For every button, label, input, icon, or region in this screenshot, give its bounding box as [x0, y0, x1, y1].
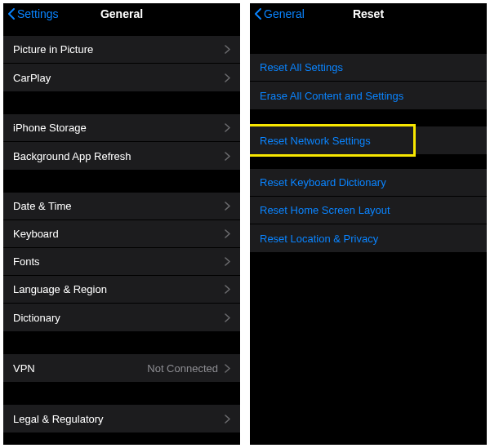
chevron-right-icon	[225, 313, 230, 322]
group-storage: iPhone Storage Background App Refresh	[3, 114, 240, 170]
row-label: Dictionary	[13, 312, 225, 324]
row-label: Reset Network Settings	[260, 135, 403, 147]
row-label: Date & Time	[13, 200, 225, 212]
row-label: Legal & Regulatory	[13, 413, 225, 425]
row-reset-network-settings[interactable]: Reset Network Settings	[250, 126, 413, 154]
group-locale: Date & Time Keyboard Fonts Language & Re…	[3, 193, 240, 331]
group-legal: Legal & Regulatory	[3, 405, 240, 432]
row-reset-home-screen[interactable]: Reset Home Screen Layout	[250, 197, 487, 224]
chevron-right-icon	[225, 123, 230, 132]
row-label: Reset Location & Privacy	[260, 233, 477, 245]
page-title: Reset	[353, 7, 384, 20]
group-reset-other: Reset Keyboard Dictionary Reset Home Scr…	[250, 169, 487, 252]
chevron-right-icon	[225, 229, 230, 238]
row-date-time[interactable]: Date & Time	[3, 193, 240, 220]
nav-bar: Settings General	[3, 3, 240, 24]
row-legal-regulatory[interactable]: Legal & Regulatory	[3, 405, 240, 432]
back-label: Settings	[17, 7, 59, 20]
row-keyboard[interactable]: Keyboard	[3, 220, 240, 248]
chevron-right-icon	[225, 364, 230, 373]
row-reset-all-settings[interactable]: Reset All Settings	[250, 54, 487, 82]
chevron-right-icon	[225, 415, 230, 424]
nav-bar: General Reset	[250, 3, 487, 24]
row-label: iPhone Storage	[13, 122, 225, 134]
row-erase-all-content[interactable]: Erase All Content and Settings	[250, 82, 487, 109]
row-reset-keyboard-dictionary[interactable]: Reset Keyboard Dictionary	[250, 169, 487, 197]
row-vpn[interactable]: VPN Not Connected	[3, 354, 240, 382]
row-label: Reset Keyboard Dictionary	[260, 176, 477, 189]
row-label: CarPlay	[13, 72, 225, 84]
row-label: Language & Region	[13, 283, 225, 295]
row-label: Background App Refresh	[13, 150, 225, 162]
row-label: Reset All Settings	[260, 61, 477, 73]
row-label: VPN	[13, 362, 147, 375]
row-carplay[interactable]: CarPlay	[3, 64, 240, 91]
row-reset-location-privacy[interactable]: Reset Location & Privacy	[250, 224, 487, 252]
general-settings-screen: Settings General Picture in Picture CarP…	[3, 3, 240, 445]
row-fonts[interactable]: Fonts	[3, 248, 240, 276]
chevron-right-icon	[225, 73, 230, 82]
row-label: Reset Home Screen Layout	[260, 204, 477, 216]
group-vpn: VPN Not Connected	[3, 354, 240, 382]
chevron-right-icon	[225, 45, 230, 54]
row-dictionary[interactable]: Dictionary	[3, 304, 240, 331]
row-background-app-refresh[interactable]: Background App Refresh	[3, 142, 240, 170]
chevron-right-icon	[225, 285, 230, 294]
row-label: Erase All Content and Settings	[260, 90, 477, 102]
row-iphone-storage[interactable]: iPhone Storage	[3, 114, 240, 142]
group-reset-top: Reset All Settings Erase All Content and…	[250, 54, 487, 109]
back-button[interactable]: General	[255, 7, 305, 20]
row-label: Picture in Picture	[13, 43, 225, 55]
chevron-right-icon	[225, 257, 230, 266]
row-label: Fonts	[13, 255, 225, 268]
row-value: Not Connected	[147, 362, 218, 375]
back-button[interactable]: Settings	[8, 7, 59, 20]
chevron-left-icon	[8, 8, 15, 20]
highlight-reset-network: Reset Network Settings	[250, 124, 416, 157]
chevron-right-icon	[225, 152, 230, 161]
chevron-left-icon	[255, 8, 261, 20]
back-label: General	[264, 7, 305, 20]
row-picture-in-picture[interactable]: Picture in Picture	[3, 36, 240, 64]
row-language-region[interactable]: Language & Region	[3, 276, 240, 304]
page-title: General	[100, 7, 143, 20]
group-media: Picture in Picture CarPlay	[3, 36, 240, 91]
reset-screen: General Reset Reset All Settings Erase A…	[250, 3, 487, 445]
group-reset-network: Reset Network Settings	[250, 124, 487, 154]
chevron-right-icon	[225, 202, 230, 211]
row-label: Keyboard	[13, 228, 225, 240]
